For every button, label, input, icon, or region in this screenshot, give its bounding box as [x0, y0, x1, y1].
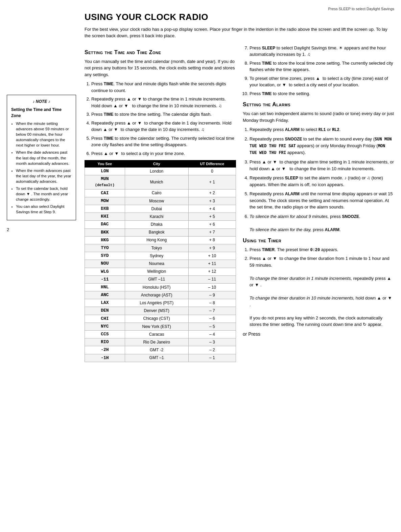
city-table-row: DACDhaka+ 6 [85, 221, 236, 228]
city-display: -11 [85, 275, 125, 283]
note-box: ♪ NOTE ♪ Setting the Time and Time Zone … [7, 95, 76, 220]
time-step-3: Press TIME to store the time setting. Th… [91, 111, 236, 118]
city-name: Chicago (CST) [125, 315, 188, 323]
note-list: When the minute setting advances above 5… [11, 121, 72, 215]
city-display: MUN(default) [85, 175, 125, 189]
city-table-row: CCSCaracas– 4 [85, 331, 236, 338]
city-display: NYC [85, 323, 125, 330]
note-icon-right: ♪ [47, 99, 50, 104]
city-name: Dhaka [125, 221, 188, 228]
city-display: WLG [85, 268, 125, 275]
city-table-row: WLGWellington+ 12 [85, 268, 236, 275]
time-step-4: Repeatedly press ▲ or ▼ to change the da… [91, 120, 236, 133]
city-display: TYO [85, 244, 125, 252]
city-table-row: NYCNew York (EST)– 5 [85, 323, 236, 330]
city-display: HNL [85, 283, 125, 291]
city-table-row: -11GMT –11– 11 [85, 275, 236, 283]
city-name: Wellington [125, 268, 188, 275]
city-name: London [125, 168, 188, 175]
city-table-row: ANCAnchorage (AST)– 9 [85, 291, 236, 299]
col-setting-time: Setting the Time and Time Zone You can m… [85, 45, 236, 362]
note-item-2: When the date advances past the last day… [16, 150, 72, 166]
section-intro-time: You can manually set the time and calend… [85, 58, 236, 78]
timer-step-1: Press TIMER. The preset timer 0:20 appea… [250, 246, 394, 253]
section-title-timer: Using the Timer [243, 238, 394, 244]
city-ut-diff: – 6 [188, 315, 236, 323]
city-table-row: RIORio De Janeiro– 3 [85, 338, 236, 346]
city-name: Honolulu (HST) [125, 283, 188, 291]
intro-text: For the best view, your clock radio has … [85, 26, 394, 39]
city-ut-diff: – 5 [188, 323, 236, 330]
main-title: USING YOUR CLOCK RADIO [85, 12, 394, 22]
timer-step-2: Press ▲ or ▼ to change the timer duratio… [250, 255, 394, 328]
city-name: Bangkok [125, 228, 188, 236]
city-ut-diff: + 4 [188, 205, 236, 213]
city-name: Sydney [125, 252, 188, 260]
city-display: DXB [85, 205, 125, 213]
city-name: Tokyo [125, 244, 188, 252]
city-table-row: CAICairo+ 2 [85, 189, 236, 197]
note-item-4: To set the calendar back, hold down ▼ . … [16, 186, 72, 202]
note-icon-left: ♪ [32, 99, 36, 104]
col-header-ut: UT Difference [188, 160, 236, 168]
city-table-row: LONLondon0 [85, 168, 236, 175]
section-title-alarms: Setting the Alarms [243, 102, 394, 108]
city-table-row: TYOTokyo+ 9 [85, 244, 236, 252]
city-name: Caracas [125, 331, 188, 338]
note-subtitle: Setting the Time and Time Zone [11, 107, 72, 119]
city-ut-diff: + 8 [188, 236, 236, 244]
left-column: ♪ NOTE ♪ Setting the Time and Time Zone … [7, 7, 81, 525]
note-item-5: You can also select Daylight Savings tim… [16, 204, 72, 215]
time-step-5: Press TIME to store the calendar setting… [91, 135, 236, 148]
city-table-row: DXBDubai+ 4 [85, 205, 236, 213]
city-table-row: -2HGMT -2– 2 [85, 346, 236, 354]
city-ut-diff: + 6 [188, 221, 236, 228]
city-table-row: HKGHong Kong+ 8 [85, 236, 236, 244]
city-name: Karachi [125, 213, 188, 221]
alarm-step-1: Repeatedly press ALARM to select RL1 or … [250, 126, 394, 133]
col-alarms-timer: Press SLEEP to select Daylight Savings t… [243, 45, 394, 362]
city-name: Rio De Janeiro [125, 338, 188, 346]
note-item-3: When the month advances past the last da… [16, 168, 72, 184]
alarm-step-5: Repeatedly press ALARM until the normal … [250, 191, 394, 210]
city-table-row: MUN(default)Munich+ 1 [85, 175, 236, 189]
section-intro-alarms: You can set two independent alarms to so… [243, 110, 394, 124]
city-name: Los Angeles (PST) [125, 299, 188, 307]
city-table-row: NOUNoumea+ 11 [85, 260, 236, 268]
top-note-text: Press SLEEP to select Daylight Savings [328, 7, 394, 11]
city-display: ANC [85, 291, 125, 299]
city-ut-diff: + 1 [188, 175, 236, 189]
city-table-row: DENDenver (MST)– 7 [85, 307, 236, 315]
city-ut-diff: – 11 [188, 275, 236, 283]
city-display: LAX [85, 299, 125, 307]
city-ut-diff: + 10 [188, 252, 236, 260]
time-steps-list: Press TIME. The hour and minute digits f… [85, 81, 236, 157]
city-ut-diff: + 11 [188, 260, 236, 268]
city-display: BKK [85, 228, 125, 236]
city-display: DAC [85, 221, 125, 228]
city-display: NOU [85, 260, 125, 268]
time-step-6: Press ▲ or ▼ to select a city in your ti… [91, 150, 236, 157]
city-ut-diff: 0 [188, 168, 236, 175]
city-name: Anchorage (AST) [125, 291, 188, 299]
note-title: ♪ NOTE ♪ [11, 98, 72, 105]
city-ut-diff: – 8 [188, 299, 236, 307]
col-header-city: City [125, 160, 188, 168]
city-ut-diff: – 1 [188, 354, 236, 362]
or-press-text: or Press [243, 331, 394, 337]
timer-steps-list: Press TIMER. The preset timer 0:20 appea… [243, 246, 394, 328]
city-ut-diff: + 7 [188, 228, 236, 236]
city-display: RIO [85, 338, 125, 346]
city-name: Noumea [125, 260, 188, 268]
time-step-10: Press TIME to store the setting. [250, 90, 394, 97]
city-ut-diff: – 7 [188, 307, 236, 315]
city-display: MOW [85, 197, 125, 205]
time-step-7: Press SLEEP to select Daylight Savings t… [250, 45, 394, 58]
alarm-step-6: To silence the alarm for about 9 minutes… [250, 213, 394, 233]
city-name: Hong Kong [125, 236, 188, 244]
city-display: DEN [85, 307, 125, 315]
city-name: GMT –11 [125, 275, 188, 283]
city-name: Munich [125, 175, 188, 189]
city-name: GMT -2 [125, 346, 188, 354]
city-ut-diff: + 9 [188, 244, 236, 252]
